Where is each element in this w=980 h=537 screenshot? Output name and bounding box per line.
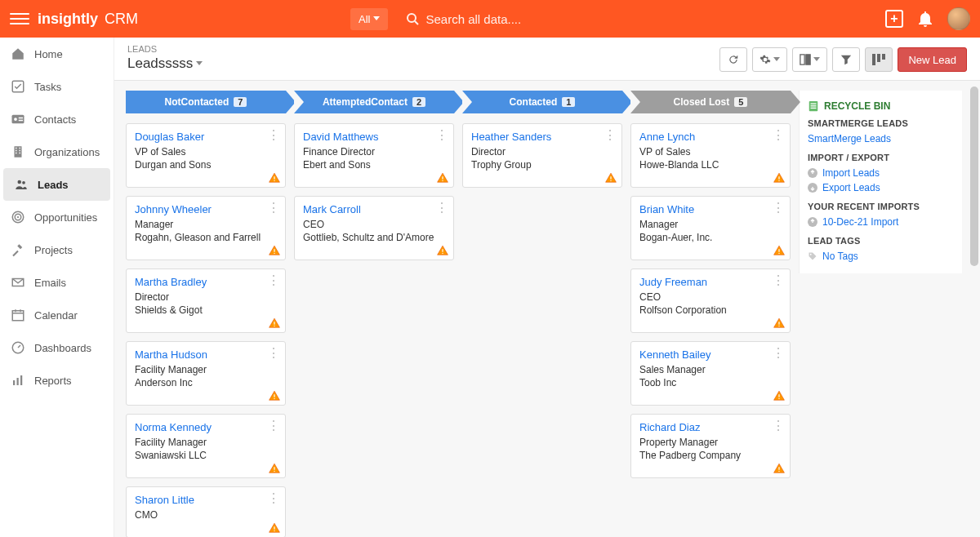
column-header[interactable]: NotContacted7 — [126, 91, 286, 113]
card-menu-icon[interactable]: ⋮ — [435, 202, 448, 215]
lead-name: Brian White — [639, 203, 782, 215]
sidebar-item-label: Organizations — [34, 146, 100, 158]
warning-icon — [269, 522, 280, 534]
lead-name: Heather Sanders — [471, 131, 613, 143]
lead-card[interactable]: ⋮Mark CarrollCEOGottlieb, Schultz and D'… — [294, 196, 454, 260]
card-menu-icon[interactable]: ⋮ — [604, 129, 617, 142]
svg-rect-36 — [274, 253, 274, 254]
sidebar-item-projects[interactable]: Projects — [0, 233, 114, 266]
kanban-view-button[interactable] — [865, 47, 893, 72]
column-header[interactable]: Contacted1 — [462, 91, 622, 113]
lead-title: Manager — [639, 219, 782, 230]
lead-name: Martha Bradley — [135, 276, 277, 288]
lead-tags-heading: LEAD TAGS — [808, 236, 954, 246]
brand-logo[interactable]: insightly — [38, 11, 98, 28]
recent-import-link[interactable]: 10-Dec-21 Import — [808, 215, 954, 229]
lead-card[interactable]: ⋮Richard DiazProperty ManagerThe Padberg… — [630, 414, 791, 478]
lead-org: Toob Inc — [639, 377, 782, 388]
lead-card[interactable]: ⋮Heather SandersDirectorTrophy Group — [462, 123, 622, 188]
top-bar: insightly CRM All + — [0, 0, 980, 38]
svg-rect-35 — [274, 249, 274, 252]
tag-icon — [808, 251, 817, 261]
settings-dropdown[interactable] — [752, 47, 787, 72]
smartmerge-link[interactable]: SmartMerge Leads — [808, 131, 954, 146]
people-icon — [13, 176, 29, 193]
search-input[interactable] — [425, 12, 877, 26]
view-selector[interactable]: Leadsssss — [127, 55, 203, 72]
card-menu-icon[interactable]: ⋮ — [267, 347, 280, 360]
recycle-bin-link[interactable]: RECYCLE BIN — [808, 100, 954, 112]
svg-point-68 — [810, 254, 812, 255]
sidebar-item-opportunities[interactable]: Opportunities — [0, 201, 114, 233]
refresh-button[interactable] — [719, 47, 747, 72]
sidebar-item-dashboards[interactable]: Dashboards — [0, 331, 114, 364]
svg-point-15 — [22, 181, 25, 184]
sidebar-item-leads[interactable]: Leads — [3, 168, 110, 201]
card-menu-icon[interactable]: ⋮ — [435, 129, 448, 142]
card-menu-icon[interactable]: ⋮ — [772, 419, 785, 433]
column-count: 7 — [234, 97, 247, 107]
lead-card[interactable]: ⋮Martha BradleyDirectorShields & Gigot — [126, 268, 286, 333]
lead-card[interactable]: ⋮Sharon LittleCMO — [126, 486, 286, 537]
lead-org: Ebert and Sons — [303, 159, 445, 171]
new-lead-button[interactable]: New Lead — [898, 47, 967, 72]
sidebar-item-reports[interactable]: Reports — [0, 364, 114, 397]
card-menu-icon[interactable]: ⋮ — [267, 274, 280, 287]
column-title: AttemptedContact — [323, 96, 408, 108]
column-header[interactable]: Closed Lost5 — [630, 91, 791, 113]
card-menu-icon[interactable]: ⋮ — [772, 347, 785, 360]
no-tags-link[interactable]: No Tags — [808, 249, 954, 264]
warning-icon — [773, 463, 785, 474]
warning-icon — [437, 172, 448, 184]
lead-card[interactable]: ⋮Johnny WheelerManagerRogahn, Gleason an… — [126, 196, 286, 260]
layout-dropdown[interactable] — [792, 47, 827, 72]
svg-rect-37 — [274, 322, 274, 325]
lead-card[interactable]: ⋮Norma KennedyFacility ManagerSwaniawski… — [126, 414, 286, 478]
sidebar-item-contacts[interactable]: Contacts — [0, 103, 114, 135]
import-leads-link[interactable]: Import Leads — [808, 166, 954, 180]
gauge-icon — [10, 340, 26, 356]
export-leads-link[interactable]: Export Leads — [808, 180, 954, 195]
sidebar-item-home[interactable]: Home — [0, 38, 114, 70]
card-menu-icon[interactable]: ⋮ — [772, 274, 785, 287]
card-menu-icon[interactable]: ⋮ — [267, 129, 280, 142]
building-icon — [10, 144, 26, 160]
menu-icon[interactable] — [10, 9, 29, 29]
lead-card[interactable]: ⋮David MatthewsFinance DirectorEbert and… — [294, 123, 454, 188]
sidebar-item-tasks[interactable]: Tasks — [0, 70, 114, 103]
lead-org: Trophy Group — [471, 159, 613, 171]
filter-button[interactable] — [832, 47, 860, 72]
lead-card[interactable]: ⋮Brian WhiteManagerBogan-Auer, Inc. — [630, 196, 791, 260]
card-menu-icon[interactable]: ⋮ — [267, 492, 280, 505]
lead-card[interactable]: ⋮Kenneth BaileySales ManagerToob Inc — [630, 341, 791, 406]
import-export-heading: IMPORT / EXPORT — [808, 153, 954, 162]
card-menu-icon[interactable]: ⋮ — [267, 202, 280, 215]
svg-rect-34 — [274, 180, 274, 181]
sidebar-item-calendar[interactable]: Calendar — [0, 299, 114, 331]
lead-org: Rogahn, Gleason and Farrell — [135, 232, 277, 243]
lead-card[interactable]: ⋮Martha HudsonFacility ManagerAnderson I… — [126, 341, 286, 406]
card-menu-icon[interactable]: ⋮ — [772, 202, 785, 215]
sidebar-item-organizations[interactable]: Organizations — [0, 135, 114, 168]
lead-card[interactable]: ⋮Judy FreemanCEORolfson Corporation — [630, 268, 791, 333]
lead-title: VP of Sales — [135, 146, 277, 158]
user-avatar[interactable] — [947, 7, 970, 30]
warning-icon — [269, 390, 280, 402]
column-header[interactable]: AttemptedContact2 — [294, 91, 454, 113]
add-button[interactable]: + — [885, 10, 903, 28]
svg-rect-53 — [778, 249, 779, 252]
svg-rect-57 — [778, 394, 779, 397]
card-menu-icon[interactable]: ⋮ — [772, 129, 785, 142]
lead-title: Manager — [135, 219, 277, 230]
svg-rect-58 — [778, 398, 779, 399]
card-menu-icon[interactable]: ⋮ — [267, 419, 280, 433]
lead-card[interactable]: ⋮Anne LynchVP of SalesHowe-Blanda LLC — [630, 123, 791, 188]
svg-line-1 — [415, 21, 418, 24]
notifications-icon[interactable] — [918, 11, 933, 27]
sidebar-item-emails[interactable]: Emails — [0, 266, 114, 299]
svg-rect-40 — [274, 398, 274, 399]
scrollbar[interactable] — [970, 87, 978, 529]
lead-card[interactable]: ⋮Douglas BakerVP of SalesDurgan and Sons — [126, 123, 286, 188]
global-filter-dropdown[interactable]: All — [350, 8, 388, 30]
lead-name: Martha Hudson — [135, 348, 277, 361]
